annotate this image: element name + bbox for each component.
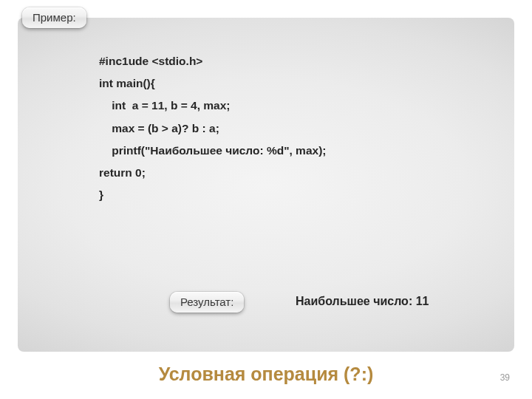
program-output: Наибольшее число: 11 [296, 295, 429, 308]
result-label-text: Результат: [180, 296, 233, 308]
example-label-pill: Пример: [22, 7, 86, 28]
code-line-7: } [99, 188, 103, 201]
slide-title: Условная операция (?:) [0, 364, 532, 385]
code-line-1: #inc1ude <stdio.h> [99, 55, 202, 67]
code-line-5: printf("Наибольшее число: %d", max); [99, 144, 326, 157]
page-number: 39 [500, 372, 510, 383]
code-block: #inc1ude <stdio.h> int main(){ int a = 1… [99, 50, 483, 207]
example-label-text: Пример: [33, 11, 76, 24]
result-label-pill: Результат: [170, 292, 244, 313]
code-line-2: int main(){ [99, 77, 155, 89]
code-line-6: return 0; [99, 166, 146, 179]
code-line-3: int a = 11, b = 4, max; [99, 99, 230, 112]
code-line-4: max = (b > a)? b : a; [99, 122, 219, 134]
